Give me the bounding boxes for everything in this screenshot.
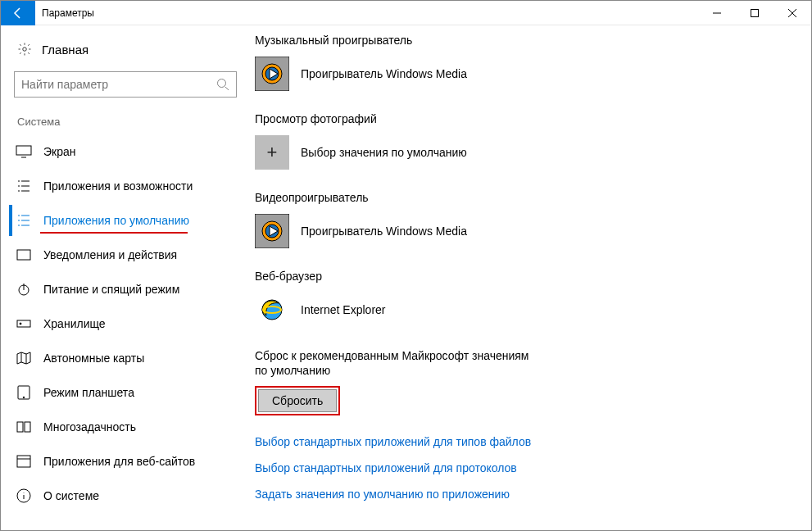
sidebar-item-label: О системе	[43, 489, 99, 502]
main-panel: Музыкальный проигрыватель Проигрыватель …	[247, 25, 811, 530]
sidebar-item-label: Приложения и возможности	[43, 179, 193, 193]
sidebar-item-label: Питание и спящий режим	[43, 283, 179, 296]
svg-rect-10	[17, 422, 23, 432]
group-music-player: Музыкальный проигрыватель Проигрыватель …	[255, 34, 795, 91]
svg-point-1	[23, 48, 27, 52]
app-selector[interactable]: Internet Explorer	[255, 293, 795, 327]
arrow-left-icon	[11, 7, 25, 20]
highlight-underline	[40, 232, 188, 234]
window-controls	[698, 1, 811, 25]
ie-icon	[255, 293, 289, 327]
svg-rect-12	[17, 456, 30, 467]
multitasking-icon	[16, 419, 32, 435]
svg-rect-0	[751, 9, 759, 16]
sidebar-item-label: Экран	[43, 145, 76, 158]
svg-rect-6	[17, 320, 30, 327]
search-input[interactable]	[21, 78, 216, 91]
sidebar-item-label: Уведомления и действия	[43, 248, 177, 261]
link-file-types[interactable]: Выбор стандартных приложений для типов ф…	[255, 435, 795, 448]
list-icon	[16, 178, 32, 194]
sidebar-item-storage[interactable]: Хранилище	[9, 306, 247, 341]
map-icon	[16, 350, 32, 366]
close-icon	[788, 9, 796, 17]
group-title: Просмотр фотографий	[255, 112, 795, 125]
link-by-app[interactable]: Задать значения по умолчанию по приложен…	[255, 488, 795, 501]
sidebar-home-label: Главная	[42, 43, 88, 57]
reset-button[interactable]: Сбросить	[258, 389, 337, 412]
sidebar-item-label: Автономные карты	[43, 352, 144, 365]
search-icon	[216, 78, 229, 91]
group-photo-viewer: Просмотр фотографий + Выбор значения по …	[255, 112, 795, 170]
svg-point-7	[20, 323, 21, 324]
group-title: Музыкальный проигрыватель	[255, 34, 795, 47]
gear-icon	[17, 42, 32, 57]
sidebar-item-power-sleep[interactable]: Питание и спящий режим	[9, 272, 247, 306]
sidebar-item-default-apps[interactable]: Приложения по умолчанию	[9, 203, 247, 238]
sidebar: Главная Система Экран Приложения и возмо…	[1, 25, 247, 530]
group-title: Веб-браузер	[255, 270, 795, 283]
svg-point-9	[23, 397, 25, 398]
titlebar: Параметры	[1, 1, 811, 25]
svg-rect-11	[25, 422, 30, 432]
link-protocols[interactable]: Выбор стандартных приложений для протоко…	[255, 461, 795, 474]
app-selector[interactable]: + Выбор значения по умолчанию	[255, 135, 795, 170]
group-web-browser: Веб-браузер Internet Explorer	[255, 270, 795, 327]
notification-icon	[16, 247, 32, 263]
wmp-icon	[255, 214, 289, 248]
media-player-icon	[255, 214, 289, 248]
app-label: Проигрыватель Windows Media	[301, 67, 467, 80]
svg-rect-3	[16, 146, 31, 155]
sidebar-item-label: Приложения для веб-сайтов	[43, 455, 195, 468]
sidebar-item-notifications[interactable]: Уведомления и действия	[9, 238, 247, 272]
power-icon	[16, 281, 32, 297]
internet-explorer-icon	[255, 293, 289, 327]
reset-description: Сброс к рекомендованным Майкрософт значе…	[255, 348, 533, 378]
sidebar-item-apps-features[interactable]: Приложения и возможности	[9, 169, 247, 203]
sidebar-section-label: Система	[17, 116, 247, 128]
group-video-player: Видеопроигрыватель Проигрыватель Windows…	[255, 191, 795, 248]
minimize-button[interactable]	[698, 1, 736, 25]
sidebar-item-display[interactable]: Экран	[9, 134, 247, 169]
media-player-icon	[255, 57, 289, 91]
sidebar-item-multitasking[interactable]: Многозадачность	[9, 410, 247, 444]
minimize-icon	[713, 9, 721, 17]
svg-point-2	[218, 79, 226, 88]
info-icon	[16, 488, 32, 504]
app-selector[interactable]: Проигрыватель Windows Media	[255, 214, 795, 248]
monitor-icon	[16, 143, 32, 160]
websites-icon	[16, 453, 32, 470]
sidebar-item-apps-websites[interactable]: Приложения для веб-сайтов	[9, 444, 247, 479]
sidebar-item-offline-maps[interactable]: Автономные карты	[9, 341, 247, 375]
group-title: Видеопроигрыватель	[255, 191, 795, 204]
close-button[interactable]	[773, 1, 811, 25]
default-apps-icon	[16, 212, 32, 229]
app-selector[interactable]: Проигрыватель Windows Media	[255, 57, 795, 91]
back-button[interactable]	[1, 1, 35, 25]
sidebar-item-about[interactable]: О системе	[9, 479, 247, 513]
sidebar-item-tablet-mode[interactable]: Режим планшета	[9, 375, 247, 410]
tablet-icon	[16, 384, 32, 401]
window-title: Параметры	[42, 7, 94, 19]
sidebar-home[interactable]: Главная	[9, 34, 247, 65]
sidebar-item-label: Приложения по умолчанию	[43, 214, 189, 228]
storage-icon	[16, 315, 32, 332]
search-box[interactable]	[14, 71, 237, 98]
svg-rect-4	[17, 250, 30, 260]
wmp-icon	[255, 57, 289, 91]
maximize-button[interactable]	[736, 1, 773, 25]
sidebar-item-label: Многозадачность	[43, 420, 136, 433]
sidebar-item-label: Режим планшета	[43, 386, 134, 399]
app-label: Internet Explorer	[301, 303, 386, 316]
app-label: Проигрыватель Windows Media	[301, 225, 467, 238]
maximize-icon	[751, 9, 759, 17]
reset-button-highlight: Сбросить	[255, 386, 340, 415]
related-links: Выбор стандартных приложений для типов ф…	[255, 435, 795, 501]
plus-icon: +	[255, 135, 289, 170]
app-label: Выбор значения по умолчанию	[301, 146, 467, 159]
sidebar-item-label: Хранилище	[43, 317, 106, 330]
